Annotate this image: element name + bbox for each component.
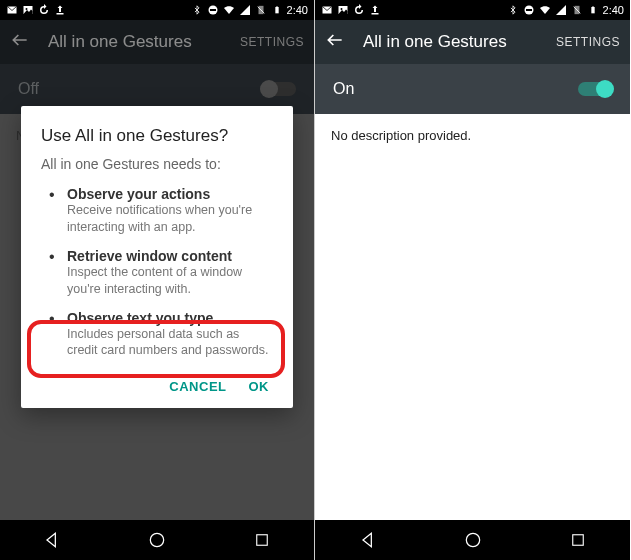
reload-icon — [353, 4, 365, 16]
svg-point-18 — [466, 533, 479, 546]
mail-icon — [321, 4, 333, 16]
no-sim-icon — [255, 4, 267, 16]
reload-icon — [38, 4, 50, 16]
permission-item: Retrieve window content Inspect the cont… — [55, 248, 273, 298]
nav-back-icon[interactable] — [357, 529, 379, 551]
permission-dialog: Use All in one Gestures? All in one Gest… — [21, 106, 293, 408]
permission-item: Observe text you type Includes personal … — [55, 310, 273, 360]
svg-rect-17 — [592, 6, 593, 7]
page-title: All in one Gestures — [363, 32, 538, 52]
svg-rect-14 — [526, 9, 532, 11]
phone-left: 2:40 All in one Gestures SETTINGS Off N … — [0, 0, 315, 560]
status-time: 2:40 — [603, 4, 624, 16]
status-time: 2:40 — [287, 4, 308, 16]
permission-title: Observe your actions — [67, 186, 273, 202]
nav-home-icon[interactable] — [462, 529, 484, 551]
permission-desc: Includes personal data such as credit ca… — [67, 326, 273, 360]
back-icon[interactable] — [325, 30, 345, 54]
nav-bar — [0, 520, 314, 560]
toggle-label: On — [333, 80, 354, 98]
svg-point-2 — [26, 8, 28, 10]
image-icon — [337, 4, 349, 16]
nav-home-icon[interactable] — [146, 529, 168, 551]
wifi-icon — [223, 4, 235, 16]
mail-icon — [6, 4, 18, 16]
signal-icon — [555, 4, 567, 16]
upload-icon — [54, 4, 66, 16]
battery-icon — [271, 4, 283, 16]
app-bar: All in one Gestures SETTINGS — [315, 20, 630, 64]
service-toggle[interactable] — [578, 82, 612, 96]
nav-recent-icon[interactable] — [251, 529, 273, 551]
permission-list: Observe your actions Receive notificatio… — [41, 186, 273, 359]
nav-recent-icon[interactable] — [567, 529, 589, 551]
upload-icon — [369, 4, 381, 16]
svg-rect-6 — [275, 7, 278, 13]
dnd-icon — [207, 4, 219, 16]
ok-button[interactable]: OK — [249, 379, 270, 394]
status-bar: 2:40 — [0, 0, 314, 20]
permission-desc: Receive notifications when you're intera… — [67, 202, 273, 236]
bluetooth-icon — [191, 4, 203, 16]
dnd-icon — [523, 4, 535, 16]
dialog-subtitle: All in one Gestures needs to: — [41, 156, 273, 172]
permission-title: Retrieve window content — [67, 248, 273, 264]
description-text: No description provided. — [331, 128, 471, 143]
permission-title: Observe text you type — [67, 310, 273, 326]
status-bar: 2:40 — [315, 0, 630, 20]
bluetooth-icon — [507, 4, 519, 16]
svg-point-8 — [150, 533, 163, 546]
svg-rect-4 — [210, 9, 216, 11]
no-sim-icon — [571, 4, 583, 16]
signal-icon — [239, 4, 251, 16]
dialog-actions: CANCEL OK — [41, 373, 273, 400]
svg-point-12 — [341, 8, 343, 10]
permission-item: Observe your actions Receive notificatio… — [55, 186, 273, 236]
battery-icon — [587, 4, 599, 16]
svg-rect-19 — [572, 535, 583, 546]
toggle-bar: On — [315, 64, 630, 114]
image-icon — [22, 4, 34, 16]
wifi-icon — [539, 4, 551, 16]
permission-desc: Inspect the content of a window you're i… — [67, 264, 273, 298]
svg-rect-7 — [276, 6, 277, 7]
nav-back-icon[interactable] — [41, 529, 63, 551]
dialog-title: Use All in one Gestures? — [41, 126, 273, 146]
cancel-button[interactable]: CANCEL — [169, 379, 226, 394]
modal-overlay: Use All in one Gestures? All in one Gest… — [0, 20, 314, 520]
svg-rect-16 — [591, 7, 594, 13]
nav-bar — [315, 520, 630, 560]
settings-button[interactable]: SETTINGS — [556, 35, 620, 49]
content-area: No description provided. — [315, 114, 630, 520]
phone-right: 2:40 All in one Gestures SETTINGS On No … — [315, 0, 630, 560]
svg-rect-9 — [256, 535, 267, 546]
